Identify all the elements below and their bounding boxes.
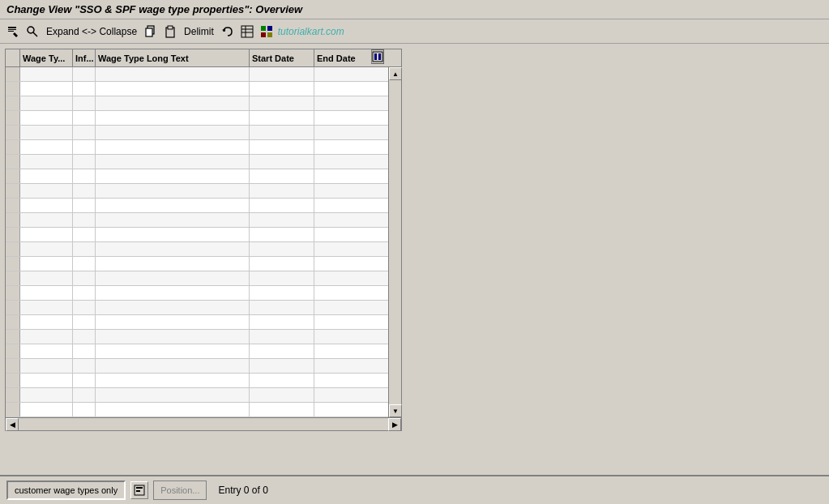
row-selector[interactable] — [6, 330, 20, 344]
table-row[interactable] — [6, 286, 388, 301]
table-row[interactable] — [6, 228, 388, 242]
table-row[interactable] — [6, 140, 388, 155]
scroll-down-button[interactable]: ▼ — [389, 404, 402, 417]
row-selector[interactable] — [6, 271, 20, 285]
table-icon[interactable] — [239, 23, 255, 40]
table-row[interactable] — [6, 271, 388, 286]
table-row[interactable] — [6, 301, 388, 315]
row-selector[interactable] — [6, 126, 20, 139]
table-cell — [96, 199, 250, 212]
table-cell — [314, 96, 371, 110]
table-cell — [73, 140, 96, 154]
row-selector[interactable] — [6, 111, 20, 125]
table-cell — [73, 228, 96, 241]
scroll-left-button[interactable]: ◀ — [6, 418, 19, 431]
table-cell — [250, 126, 314, 139]
row-selector[interactable] — [6, 286, 20, 300]
table-row[interactable] — [6, 403, 388, 417]
table-cell — [20, 155, 73, 169]
row-selector[interactable] — [6, 315, 20, 329]
row-selector[interactable] — [6, 257, 20, 271]
scroll-right-button[interactable]: ▶ — [388, 418, 401, 431]
table-row[interactable] — [6, 126, 388, 140]
expand-collapse-button[interactable]: Expand <-> Collapse — [44, 23, 139, 40]
table-row[interactable] — [6, 67, 388, 82]
table-cell — [73, 96, 96, 110]
table-row[interactable] — [6, 155, 388, 169]
table-cell — [314, 169, 371, 183]
table-cell — [314, 315, 371, 329]
row-selector[interactable] — [6, 242, 20, 256]
row-selector[interactable] — [6, 67, 20, 81]
table-cell — [96, 140, 250, 154]
table-row[interactable] — [6, 213, 388, 228]
delimit-button[interactable]: Delimit — [182, 23, 216, 40]
row-selector[interactable] — [6, 388, 20, 402]
position-icon-button[interactable] — [130, 481, 148, 499]
row-selector[interactable] — [6, 228, 20, 241]
paste-icon[interactable] — [162, 23, 178, 40]
row-selector[interactable] — [6, 403, 20, 416]
row-selector[interactable] — [6, 140, 20, 154]
row-selector[interactable] — [6, 184, 20, 198]
table-cell — [314, 126, 371, 139]
table-row[interactable] — [6, 374, 388, 388]
position-button[interactable]: Position... — [153, 481, 207, 500]
table-row[interactable] — [6, 96, 388, 111]
row-selector[interactable] — [6, 96, 20, 110]
table-cell — [20, 199, 73, 212]
row-selector[interactable] — [6, 344, 20, 358]
table-row[interactable] — [6, 388, 388, 403]
table-cell — [73, 344, 96, 358]
table-row[interactable] — [6, 111, 388, 126]
table-cell — [73, 374, 96, 387]
col-header-wage-type: Wage Ty... — [20, 49, 73, 66]
row-selector[interactable] — [6, 359, 20, 373]
table-cell — [73, 213, 96, 227]
row-selector[interactable] — [6, 199, 20, 212]
svg-rect-20 — [374, 53, 377, 60]
table-row[interactable] — [6, 169, 388, 184]
table-row[interactable] — [6, 242, 388, 257]
col-header-long-text: Wage Type Long Text — [96, 49, 250, 66]
table-cell — [73, 184, 96, 198]
table-cell — [250, 213, 314, 227]
table-cell — [250, 286, 314, 300]
edit-icon[interactable] — [5, 23, 21, 40]
table-row[interactable] — [6, 184, 388, 199]
table-cell — [20, 67, 73, 81]
undo-icon[interactable] — [220, 23, 236, 40]
table-cell — [73, 315, 96, 329]
table-row[interactable] — [6, 344, 388, 359]
table-row[interactable] — [6, 359, 388, 374]
table-cell — [73, 286, 96, 300]
table-row[interactable] — [6, 315, 388, 330]
table-cell — [73, 271, 96, 285]
table-cell — [96, 111, 250, 125]
search-icon[interactable] — [24, 23, 41, 40]
row-selector[interactable] — [6, 155, 20, 169]
table-header: Wage Ty... Inf... Wage Type Long Text St… — [6, 49, 401, 67]
table-cell — [250, 301, 314, 314]
table-cell — [314, 140, 371, 154]
row-selector[interactable] — [6, 82, 20, 96]
table-row[interactable] — [6, 82, 388, 96]
customer-wage-types-button[interactable]: customer wage types only — [6, 481, 126, 500]
scroll-up-button[interactable]: ▲ — [389, 67, 402, 80]
grid-icon[interactable] — [259, 23, 275, 40]
row-selector[interactable] — [6, 374, 20, 387]
table-cell — [96, 82, 250, 96]
row-selector[interactable] — [6, 301, 20, 314]
table-row[interactable] — [6, 199, 388, 213]
table-cell — [20, 184, 73, 198]
copy-icon[interactable] — [143, 23, 159, 40]
table-cell — [96, 242, 250, 256]
table-cell — [314, 403, 371, 416]
row-selector[interactable] — [6, 213, 20, 227]
table-row[interactable] — [6, 330, 388, 344]
table-cell — [73, 82, 96, 96]
table-cell — [73, 126, 96, 139]
column-settings-icon[interactable] — [371, 49, 384, 64]
row-selector[interactable] — [6, 169, 20, 183]
table-row[interactable] — [6, 257, 388, 271]
